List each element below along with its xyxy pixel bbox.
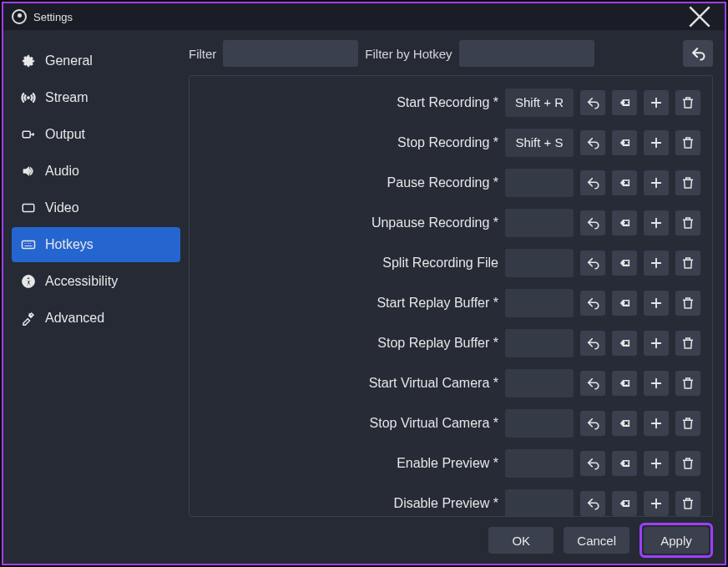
- undo-button[interactable]: [580, 170, 605, 195]
- hotkey-input[interactable]: [505, 169, 574, 197]
- delete-button[interactable]: [675, 210, 700, 235]
- hotkey-label: Enable Preview *: [397, 456, 498, 471]
- delete-button[interactable]: [675, 331, 700, 356]
- delete-button[interactable]: [675, 491, 700, 516]
- undo-button[interactable]: [580, 90, 605, 115]
- add-button[interactable]: [644, 451, 669, 476]
- hotkey-label: Split Recording File: [382, 256, 498, 271]
- clear-button[interactable]: [612, 130, 637, 155]
- sidebar-item-general[interactable]: General: [12, 43, 180, 78]
- sidebar-item-output[interactable]: Output: [12, 117, 180, 152]
- clear-button[interactable]: [612, 491, 637, 516]
- clear-button[interactable]: [612, 90, 637, 115]
- gear-icon: [20, 53, 37, 69]
- hotkey-row: Disable Preview *: [193, 483, 700, 516]
- add-button[interactable]: [644, 210, 669, 235]
- hotkey-row: Stop Replay Buffer *: [193, 323, 700, 363]
- filter-hotkey-input[interactable]: [459, 40, 594, 67]
- clear-button[interactable]: [612, 170, 637, 195]
- hotkey-label: Stop Replay Buffer *: [377, 336, 498, 351]
- content: GeneralStreamOutputAudioVideoHotkeysAcce…: [3, 30, 725, 517]
- hotkey-input[interactable]: [505, 329, 574, 357]
- sidebar-item-label: Advanced: [45, 311, 104, 326]
- add-button[interactable]: [644, 130, 669, 155]
- sidebar-item-label: Audio: [45, 164, 79, 179]
- hotkey-input[interactable]: [505, 369, 574, 397]
- hotkey-label: Start Virtual Camera *: [369, 376, 498, 391]
- hotkey-input[interactable]: [505, 449, 574, 478]
- cancel-button[interactable]: Cancel: [564, 527, 629, 554]
- delete-button[interactable]: [675, 291, 700, 316]
- sidebar-item-label: Stream: [45, 90, 88, 105]
- undo-button[interactable]: [580, 371, 605, 396]
- clear-button[interactable]: [612, 210, 637, 235]
- undo-button[interactable]: [580, 331, 605, 356]
- hotkey-list[interactable]: Start Recording * Shift + R Stop Recordi…: [190, 76, 712, 516]
- audio-icon: [20, 163, 37, 180]
- filter-input[interactable]: [223, 40, 358, 67]
- output-icon: [20, 126, 37, 143]
- keyboard-icon: [20, 236, 37, 253]
- undo-button[interactable]: [580, 210, 605, 235]
- hotkey-input[interactable]: [505, 489, 574, 516]
- titlebar: Settings: [3, 3, 725, 30]
- undo-button[interactable]: [580, 451, 605, 476]
- hotkey-input[interactable]: Shift + R: [505, 89, 574, 117]
- add-button[interactable]: [644, 491, 669, 516]
- close-button[interactable]: [683, 5, 716, 28]
- undo-button[interactable]: [580, 130, 605, 155]
- undo-button[interactable]: [580, 411, 605, 436]
- delete-button[interactable]: [675, 451, 700, 476]
- add-button[interactable]: [644, 251, 669, 276]
- ok-button[interactable]: OK: [488, 527, 554, 554]
- clear-button[interactable]: [612, 371, 637, 396]
- clear-button[interactable]: [612, 251, 637, 276]
- add-button[interactable]: [644, 170, 669, 195]
- hotkey-row: Stop Virtual Camera *: [193, 403, 700, 443]
- hotkey-input[interactable]: Shift + S: [505, 129, 574, 157]
- sidebar-item-advanced[interactable]: Advanced: [12, 301, 180, 336]
- hotkey-row: Start Replay Buffer *: [193, 283, 700, 323]
- clear-button[interactable]: [612, 291, 637, 316]
- apply-button-highlight: Apply: [640, 523, 713, 558]
- hotkey-input[interactable]: [505, 249, 574, 277]
- dialog-footer: OK Cancel Apply: [3, 517, 725, 564]
- hotkey-label: Unpause Recording *: [372, 215, 498, 230]
- add-button[interactable]: [644, 371, 669, 396]
- clear-button[interactable]: [612, 411, 637, 436]
- undo-button[interactable]: [580, 251, 605, 276]
- hotkey-label: Start Recording *: [397, 95, 498, 110]
- hotkey-input[interactable]: [505, 289, 574, 317]
- apply-button[interactable]: Apply: [644, 527, 709, 554]
- sidebar-item-audio[interactable]: Audio: [12, 154, 180, 189]
- delete-button[interactable]: [675, 411, 700, 436]
- delete-button[interactable]: [675, 170, 700, 195]
- add-button[interactable]: [644, 331, 669, 356]
- hotkey-row: Split Recording File: [193, 243, 700, 283]
- add-button[interactable]: [644, 411, 669, 436]
- hotkey-label: Stop Virtual Camera *: [370, 416, 498, 431]
- sidebar-item-video[interactable]: Video: [12, 190, 180, 225]
- hotkey-label: Start Replay Buffer *: [377, 296, 498, 311]
- accessibility-icon: [20, 273, 37, 290]
- hotkey-row: Pause Recording *: [193, 163, 700, 203]
- add-button[interactable]: [644, 90, 669, 115]
- add-button[interactable]: [644, 291, 669, 316]
- filter-label: Filter: [189, 47, 216, 61]
- delete-button[interactable]: [675, 90, 700, 115]
- clear-button[interactable]: [612, 451, 637, 476]
- delete-button[interactable]: [675, 130, 700, 155]
- clear-button[interactable]: [612, 331, 637, 356]
- sidebar-item-stream[interactable]: Stream: [12, 80, 180, 115]
- hotkey-input[interactable]: [505, 409, 574, 438]
- sidebar-item-label: Video: [45, 200, 79, 215]
- delete-button[interactable]: [675, 371, 700, 396]
- sidebar-item-accessibility[interactable]: Accessibility: [12, 264, 180, 299]
- sidebar-item-hotkeys[interactable]: Hotkeys: [12, 227, 180, 262]
- window-title: Settings: [33, 11, 73, 23]
- delete-button[interactable]: [675, 251, 700, 276]
- revert-filter-button[interactable]: [683, 40, 713, 67]
- undo-button[interactable]: [580, 291, 605, 316]
- hotkey-input[interactable]: [505, 209, 574, 237]
- undo-button[interactable]: [580, 491, 605, 516]
